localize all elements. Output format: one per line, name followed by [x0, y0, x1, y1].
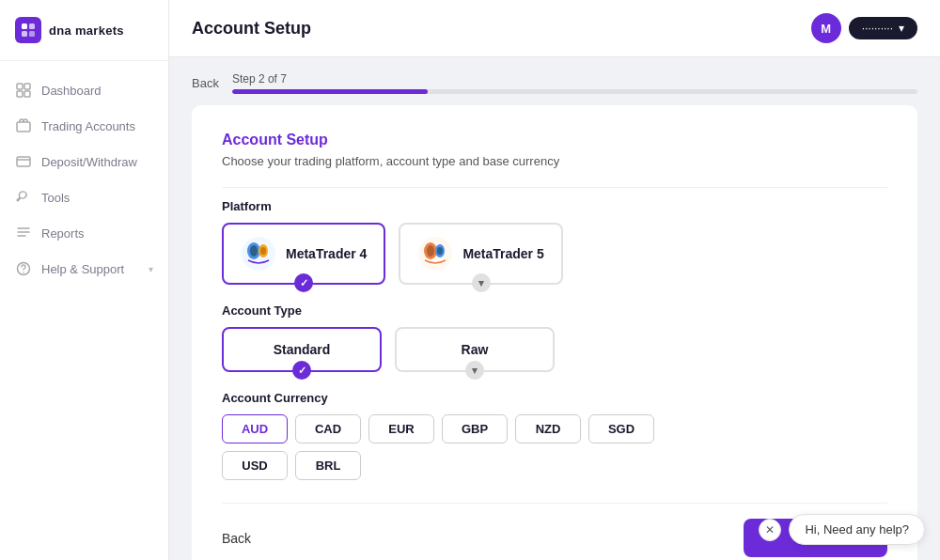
sidebar-logo: dna markets	[0, 0, 168, 61]
mt4-icon	[241, 236, 276, 272]
svg-rect-7	[24, 91, 30, 97]
svg-rect-2	[22, 31, 27, 37]
username-pill[interactable]: ·········· ▾	[849, 17, 917, 39]
stepper-back-link[interactable]: Back	[192, 76, 219, 90]
help-icon	[15, 260, 32, 277]
stepper-bar-wrap: Step 2 of 7	[232, 72, 917, 94]
raw-drop-badge: ▾	[465, 361, 484, 380]
currency-row-2: USD BRL	[222, 451, 887, 480]
currency-cad[interactable]: CAD	[295, 414, 361, 443]
currency-aud[interactable]: AUD	[222, 414, 288, 443]
tools-icon	[15, 189, 32, 206]
stepper-area: Back Step 2 of 7	[192, 57, 917, 105]
currency-eur[interactable]: EUR	[368, 414, 434, 443]
mt5-drop-badge: ▾	[472, 273, 491, 292]
currency-brl[interactable]: BRL	[295, 451, 361, 480]
standard-check-badge: ✓	[292, 361, 311, 380]
currency-usd[interactable]: USD	[222, 451, 288, 480]
stepper-bar	[232, 89, 917, 94]
svg-rect-4	[17, 84, 23, 89]
dashboard-label: Dashboard	[41, 84, 102, 98]
topbar: Account Setup M ·········· ▾	[169, 0, 940, 57]
card-subtitle: Choose your trading platform, account ty…	[222, 154, 887, 168]
step-label: Step 2 of 7	[232, 72, 917, 86]
account-type-label: Account Type	[222, 303, 887, 318]
mt4-check-badge: ✓	[294, 273, 313, 292]
sidebar-nav: Dashboard Trading Accounts Deposit/Withd…	[0, 61, 168, 560]
platform-section-label: Platform	[222, 199, 887, 213]
svg-rect-0	[22, 23, 27, 29]
page-title: Account Setup	[192, 19, 311, 39]
svg-rect-3	[29, 31, 35, 37]
help-chevron-icon: ▾	[149, 264, 153, 274]
raw-label: Raw	[462, 342, 489, 357]
dropdown-icon: ▾	[899, 22, 904, 35]
reports-icon	[15, 225, 32, 241]
username-text: ··········	[862, 22, 893, 35]
dashboard-icon	[15, 82, 32, 99]
svg-rect-5	[24, 84, 30, 89]
standard-label: Standard	[274, 342, 331, 357]
logo-text: dna markets	[49, 23, 124, 38]
chat-close-button[interactable]: ✕	[759, 519, 781, 541]
setup-card: Account Setup Choose your trading platfo…	[192, 105, 917, 560]
logo-icon	[15, 17, 41, 43]
divider-1	[222, 187, 887, 188]
svg-rect-1	[29, 23, 35, 29]
sidebar-item-trading-accounts[interactable]: Trading Accounts	[0, 108, 168, 144]
trading-accounts-label: Trading Accounts	[41, 119, 135, 133]
account-type-standard[interactable]: Standard ✓	[222, 327, 382, 372]
mt5-icon	[417, 236, 453, 272]
svg-point-21	[437, 247, 443, 255]
platform-options: MetaTrader 4 ✓	[222, 223, 887, 285]
back-button[interactable]: Back	[222, 531, 251, 546]
help-label: Help & Support	[41, 262, 124, 276]
trading-accounts-icon	[15, 117, 32, 134]
card-title: Account Setup	[222, 132, 887, 148]
deposit-icon	[15, 153, 32, 170]
svg-point-16	[260, 247, 266, 255]
svg-rect-9	[17, 157, 30, 166]
sidebar-item-reports[interactable]: Reports	[0, 215, 168, 251]
mt4-label: MetaTrader 4	[286, 246, 367, 261]
main-area: Account Setup M ·········· ▾ Back Step 2…	[169, 0, 940, 560]
sidebar-item-deposit-withdraw[interactable]: Deposit/Withdraw	[0, 144, 168, 179]
chat-message[interactable]: Hi, Need any help?	[789, 514, 925, 545]
tools-label: Tools	[41, 191, 70, 205]
currency-row-1: AUD CAD EUR GBP NZD SGD	[222, 414, 887, 443]
svg-point-11	[23, 272, 24, 273]
sidebar: dna markets Dashboard Trad	[0, 0, 169, 560]
deposit-label: Deposit/Withdraw	[41, 155, 137, 169]
account-type-options: Standard ✓ Raw ▾	[222, 327, 887, 372]
mt5-label: MetaTrader 5	[462, 246, 543, 261]
stepper-fill	[232, 89, 428, 94]
svg-rect-8	[17, 122, 30, 132]
currency-gbp[interactable]: GBP	[442, 414, 508, 443]
currency-nzd[interactable]: NZD	[515, 414, 581, 443]
svg-point-19	[427, 245, 434, 257]
content-area: Back Step 2 of 7 Account Setup Choose yo…	[169, 57, 940, 560]
sidebar-item-tools[interactable]: Tools	[0, 179, 168, 215]
platform-mt5[interactable]: MetaTrader 5 ▾	[399, 223, 562, 285]
avatar: M	[811, 13, 841, 43]
svg-point-14	[250, 245, 258, 257]
currency-sgd[interactable]: SGD	[588, 414, 654, 443]
reports-label: Reports	[41, 226, 85, 241]
currency-section-label: Account Currency	[222, 391, 887, 405]
platform-mt4[interactable]: MetaTrader 4 ✓	[222, 223, 385, 285]
sidebar-item-help-support[interactable]: Help & Support ▾	[0, 251, 168, 287]
topbar-right: M ·········· ▾	[811, 13, 917, 43]
chat-bubble: ✕ Hi, Need any help?	[759, 514, 925, 545]
svg-rect-6	[17, 91, 23, 97]
account-type-raw[interactable]: Raw ▾	[395, 327, 555, 372]
sidebar-item-dashboard[interactable]: Dashboard	[0, 72, 168, 108]
